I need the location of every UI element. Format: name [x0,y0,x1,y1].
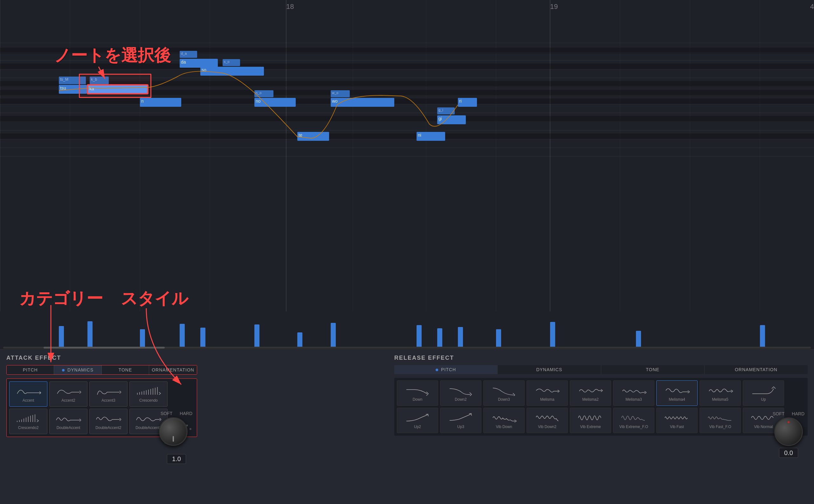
style-item-doubleaccent2[interactable]: DoubleAccent2 [89,409,127,434]
effects-container: ATTACK EFFECT PITCH DYNAMICS TONE ORNAME… [0,350,814,504]
release-tab-pitch[interactable]: PITCH [394,365,498,374]
release-knob-value[interactable]: 0.0 [779,448,798,458]
release-style-vib-extreme[interactable]: Vib Extreme [570,408,611,433]
attack-tab-tone[interactable]: TONE [102,365,149,374]
velocity-scrollbar-thumb[interactable] [44,347,165,349]
release-knob[interactable] [774,418,803,446]
note-label-tsm: ts_M [60,77,68,82]
note-label-tsu: tsu [60,85,66,91]
release-tab-ornamentation[interactable]: ORNAMENTATION [705,365,808,374]
svg-rect-30 [0,99,814,104]
note-label-ri: ri [459,99,462,104]
note-label-n: n [141,99,144,104]
release-style-melisma4[interactable]: Melisma4 [656,380,698,406]
attack-tab-ornamentation[interactable]: ORNAMENTATION [149,365,197,374]
style-name-accent3: Accent3 [101,398,115,403]
melisma4-wave [664,385,690,396]
release-knob-area[interactable] [774,418,803,446]
vibfastfo-wave [708,412,733,423]
note-label-da: da [181,59,186,65]
style-name-crescendo: Crescendo [139,398,158,403]
release-style-down3[interactable]: Down3 [483,380,525,406]
style-item-accent[interactable]: Accent [9,381,47,407]
release-pitch-dot [436,369,438,371]
release-style-vib-down[interactable]: Vib Down [483,408,525,433]
attack-category-tabs: PITCH DYNAMICS TONE ORNAMENTATION [6,365,197,375]
svg-rect-31 [0,116,814,122]
vibdown2-wave [535,412,560,423]
note-da-sub[interactable]: d_a [180,51,197,58]
vibextremefo-wave [621,412,646,423]
style-item-doubleaccent[interactable]: DoubleAccent [49,409,87,434]
note-label-te: te [298,133,302,138]
attack-knob-value[interactable]: 1.0 [167,454,186,464]
svg-text:18: 18 [286,3,294,10]
vel-bar [297,332,302,347]
style-name-crescendo2: Crescendo2 [18,426,39,430]
note-wo[interactable]: wo [331,98,394,107]
release-tone-label: TONE [646,367,660,372]
attack-knob[interactable] [159,417,188,446]
note-so[interactable]: so [200,67,264,76]
melisma3-wave [621,385,646,396]
note-te[interactable]: te [297,132,329,141]
attack-tab-dynamics[interactable]: DYNAMICS [54,365,101,374]
release-style-vib-fast[interactable]: Vib Fast [656,408,698,433]
release-style-vib-extreme-fo[interactable]: Vib Extreme_F.O [613,408,654,433]
release-style-melisma[interactable]: Melisma [527,380,568,406]
vel-bar [760,325,765,347]
release-tab-tone[interactable]: TONE [601,365,705,374]
style-item-crescendo2[interactable]: Crescendo2 [9,409,47,434]
release-style-melisma5[interactable]: Melisma5 [700,380,741,406]
release-style-melisma2[interactable]: Melisma2 [570,380,611,406]
attack-effect-title: ATTACK EFFECT [6,355,197,361]
note-no[interactable]: no [254,98,296,107]
up-wave [751,385,776,396]
note-gi[interactable]: gi [437,115,466,124]
release-style-up[interactable]: Up [743,380,784,406]
release-hard-label: HARD [792,411,804,416]
release-style-up2[interactable]: Up2 [397,408,438,433]
vel-bar [180,324,185,347]
hard-label: HARD [180,411,192,416]
note-ni[interactable]: ni [417,132,445,141]
note-label-so: so [202,67,206,72]
release-style-down[interactable]: Down [397,380,438,406]
doubleaccent3-wave [136,413,161,424]
note-no-sub[interactable]: n_o [254,90,273,97]
svg-text:4: 4 [810,3,814,10]
note-wo-sub[interactable]: w_o [331,90,350,97]
vel-bar [437,328,442,347]
piano-roll[interactable]: 18 19 4 tsu ts_M ka k_b n da d_a so s_o … [0,0,814,311]
velocity-scrollbar[interactable] [3,347,811,349]
release-style-down2[interactable]: Down2 [440,380,482,406]
release-effect-panel: RELEASE EFFECT PITCH DYNAMICS TONE ORNAM… [388,350,814,504]
tone-tab-label: TONE [119,367,132,372]
knob-area[interactable] [159,417,194,452]
note-label-wo: wo [332,99,338,104]
note-ri[interactable]: ri [458,98,477,107]
release-style-vib-down2[interactable]: Vib Down2 [527,408,568,433]
release-style-vib-fast-fo[interactable]: Vib Fast_F.O [700,408,741,433]
note-da[interactable]: da [180,59,218,68]
release-style-up3[interactable]: Up3 [440,408,482,433]
down2-wave [448,385,474,396]
crescendo2-wave [16,413,41,424]
spacer [203,350,388,504]
release-tab-dynamics[interactable]: DYNAMICS [498,365,601,374]
note-gi-sub[interactable]: g_i [437,107,455,114]
melisma2-wave [578,385,603,396]
attack-tab-pitch[interactable]: PITCH [7,365,54,374]
release-style-melisma3[interactable]: Melisma3 [613,380,654,406]
note-so-sub[interactable]: s_o [222,59,240,66]
style-name-doubleaccent: DoubleAccent [57,426,80,430]
style-item-crescendo[interactable]: Crescendo [129,381,168,407]
style-item-accent3[interactable]: Accent3 [89,381,127,407]
style-name-doubleaccent2: DoubleAccent2 [95,426,121,430]
note-label-ni: ni [418,133,421,138]
svg-point-66 [189,428,191,430]
note-n[interactable]: n [140,98,181,107]
vel-bar [417,325,422,347]
style-name-accent: Accent [23,398,34,403]
style-item-accent2[interactable]: Accent2 [49,381,87,407]
